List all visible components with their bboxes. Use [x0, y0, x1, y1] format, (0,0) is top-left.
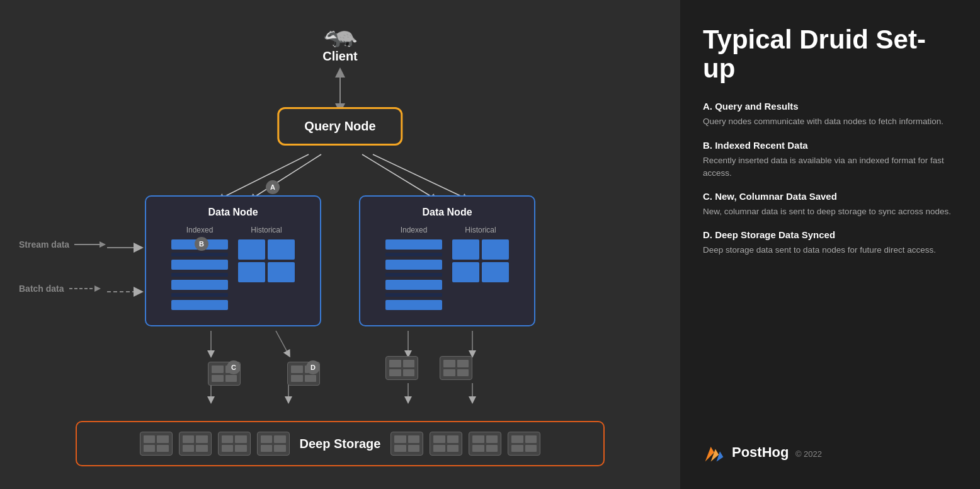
- info-section-b: B. Indexed Recent Data Recently inserted…: [703, 140, 957, 180]
- data-node-1: Data Node Indexed B: [145, 195, 321, 326]
- info-body-d: Deep storage data sent to data nodes for…: [703, 244, 957, 256]
- query-node-box: Query Node: [277, 107, 402, 146]
- svg-marker-16: [100, 241, 106, 248]
- panel-title: Typical Druid Set-up: [703, 25, 957, 83]
- deep-storage-label: Deep Storage: [300, 437, 381, 451]
- posthog-name: PostHog © 2022: [732, 444, 822, 461]
- info-heading-a: A. Query and Results: [703, 101, 957, 112]
- info-heading-b: B. Indexed Recent Data: [703, 140, 957, 151]
- deep-storage: Deep Storage: [76, 421, 605, 466]
- data-node-2: Data Node Indexed Historical: [359, 195, 535, 326]
- stream-data-label: Stream data: [19, 239, 106, 250]
- data-nodes-row: Data Node Indexed B: [145, 195, 535, 326]
- posthog-logo-icon: [703, 441, 726, 464]
- info-section-a: A. Query and Results Query nodes communi…: [703, 101, 957, 128]
- badge-c: C: [227, 360, 241, 374]
- badge-b: B: [195, 237, 208, 251]
- info-panel: Typical Druid Set-up A. Query and Result…: [680, 0, 980, 489]
- svg-line-2: [252, 154, 321, 198]
- historical-grid-2: [452, 239, 509, 282]
- info-body-c: New, columnar data is sent to deep stora…: [703, 205, 957, 218]
- svg-line-8: [276, 331, 288, 354]
- info-section-d: D. Deep Storage Data Synced Deep storage…: [703, 229, 957, 256]
- client-node: 🦡 Client: [322, 19, 358, 64]
- info-heading-d: D. Deep Storage Data Synced: [703, 229, 957, 240]
- client-label: Client: [322, 49, 358, 64]
- diagram-area: 🦡 Client Query Node A Stream data Batch …: [0, 0, 680, 489]
- badge-a: A: [266, 180, 280, 194]
- svg-line-1: [220, 154, 309, 198]
- mini-storage-row: C D: [208, 356, 472, 380]
- client-icon: 🦡: [323, 19, 358, 47]
- indexed-bars-2: [385, 239, 442, 310]
- info-heading-c: C. New, Columnar Data Saved: [703, 191, 957, 202]
- query-node-label: Query Node: [304, 119, 375, 133]
- info-section-c: C. New, Columnar Data Saved New, columna…: [703, 191, 957, 218]
- batch-data-label: Batch data: [19, 284, 101, 294]
- info-body-b: Recently inserted data is available via …: [703, 154, 957, 180]
- svg-line-4: [373, 154, 466, 198]
- svg-line-3: [362, 154, 435, 198]
- badge-d: D: [306, 360, 320, 374]
- historical-grid-1: [238, 239, 295, 282]
- svg-marker-18: [94, 285, 101, 292]
- info-body-a: Query nodes communicate with data nodes …: [703, 115, 957, 128]
- posthog-footer: PostHog © 2022: [703, 441, 957, 464]
